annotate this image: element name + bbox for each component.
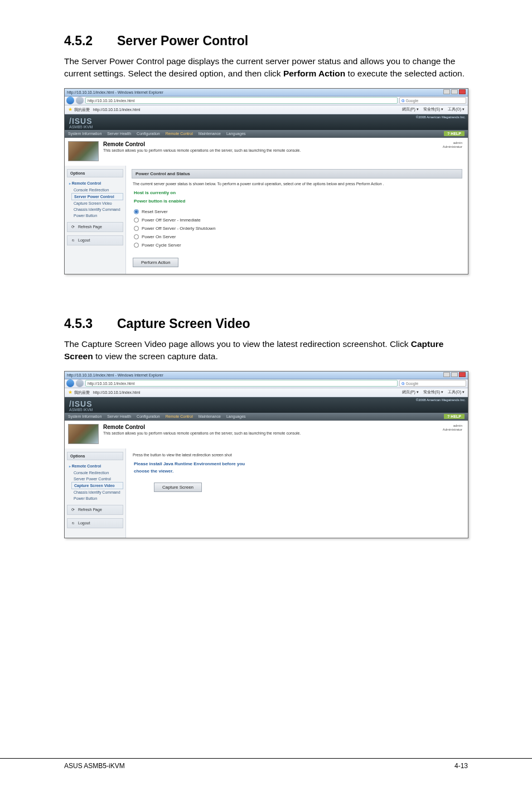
section-number: 4.5.2 (64, 33, 117, 49)
tool-item[interactable]: 安全性(S) ▾ (423, 107, 443, 111)
max-icon[interactable] (451, 372, 458, 377)
back-icon[interactable] (66, 379, 74, 387)
logout-button[interactable]: ⎋Logout (67, 518, 123, 528)
radio-label: Power Off Server - Immediate (142, 218, 201, 223)
sidebar-item[interactable]: Console Redirection (71, 187, 125, 193)
menu-item-config[interactable]: Configuration (137, 132, 160, 136)
radio-row[interactable]: Power Off Server - Orderly Shutdown (134, 226, 460, 231)
content-subtitle: This section allows you to perform vario… (103, 148, 301, 152)
menu-item-health[interactable]: Server Health (107, 132, 131, 136)
tool-item[interactable]: 網頁(P) ▾ (402, 390, 418, 394)
forward-icon[interactable] (76, 379, 84, 387)
refresh-button[interactable]: ⟳Refresh Page (67, 505, 123, 515)
menu-item-health[interactable]: Server Health (107, 414, 131, 418)
sidebar-item[interactable]: Power Button (71, 495, 125, 501)
logout-button[interactable]: ⎋Logout (67, 235, 123, 245)
sidebar-category-remote[interactable]: Remote Control (65, 462, 125, 470)
radio-row[interactable]: Reset Server (134, 209, 460, 214)
main-menu: System Information Server Health Configu… (65, 413, 468, 421)
radio-input[interactable] (134, 234, 139, 239)
sidebar-item[interactable]: Chassis Identify Command (71, 489, 125, 495)
url-input[interactable]: http://10.10.10.1/index.html (85, 97, 398, 104)
capture-screen-button[interactable]: Capture Screen (154, 483, 202, 492)
screenshot-power-control: http://10.10.10.1/index.html - Windows I… (64, 88, 468, 274)
menu-item-remote[interactable]: Remote Control (166, 414, 193, 418)
copyright-label: ©2008 American Megatrends Inc. (416, 115, 466, 119)
search-input[interactable]: GGoogle (399, 97, 466, 104)
radio-input[interactable] (134, 218, 139, 223)
body-bold: Perform Action (283, 69, 345, 78)
sidebar-item[interactable]: Server Power Control (71, 193, 123, 200)
java-msg-line1: Please install Java Runtime Environment … (134, 461, 460, 466)
menu-item-maint[interactable]: Maintenance (199, 132, 221, 136)
host-status: Host is currently on (134, 190, 460, 195)
help-button[interactable]: ? HELP (444, 131, 465, 136)
footer-left: ASUS ASMB5-iKVM (64, 762, 125, 770)
sidebar-item[interactable]: Console Redirection (71, 470, 125, 476)
sidebar-list: Console RedirectionServer Power ControlC… (71, 187, 125, 219)
help-button[interactable]: ? HELP (444, 414, 465, 419)
brand-bar: /ISUS ASMB5 iKVM ©2008 American Megatren… (65, 397, 468, 413)
java-msg-line2: choose the viewer. (134, 469, 460, 474)
content-area: Options Remote Control Console Redirecti… (65, 448, 468, 538)
header-thumbnail (68, 424, 99, 444)
menu-item-sysinfo[interactable]: System Information (68, 132, 101, 136)
close-icon[interactable] (459, 89, 466, 94)
sidebar-item[interactable]: Capture Screen Video (71, 482, 123, 489)
footer-right: 4-13 (454, 762, 468, 770)
sidebar: Options Remote Control Console Redirecti… (65, 448, 126, 538)
close-icon[interactable] (459, 372, 466, 377)
copyright-label: ©2008 American Megatrends Inc. (416, 398, 466, 402)
section-title: Capture Screen Video (117, 316, 250, 331)
menu-item-lang[interactable]: Languages (226, 132, 246, 136)
perform-action-button[interactable]: Perform Action (133, 258, 178, 267)
main-panel: Power Control and Status The current ser… (126, 166, 468, 274)
sidebar-item[interactable]: Capture Screen Video (71, 200, 125, 206)
content-title: Remote Control (103, 141, 301, 147)
radio-row[interactable]: Power Off Server - Immediate (134, 218, 460, 223)
panel-heading: Power Control and Status (132, 169, 462, 179)
radio-input[interactable] (134, 209, 139, 214)
menu-item-config[interactable]: Configuration (137, 414, 160, 418)
window-buttons[interactable] (442, 89, 466, 95)
google-icon: G (402, 99, 404, 103)
window-buttons[interactable] (442, 372, 466, 378)
tool-item[interactable]: 安全性(S) ▾ (423, 390, 443, 394)
min-icon[interactable] (443, 372, 450, 377)
tool-item[interactable]: 工具(O) ▾ (448, 390, 465, 394)
menu-item-sysinfo[interactable]: System Information (68, 414, 101, 418)
logout-icon: ⎋ (70, 238, 76, 243)
panel-note: Press the button to view the latest redi… (133, 453, 461, 457)
panel-note: The current server power status is shown… (133, 182, 461, 186)
sidebar-item[interactable]: Chassis Identify Command (71, 206, 125, 213)
tool-item[interactable]: 網頁(P) ▾ (402, 107, 418, 111)
refresh-button[interactable]: ⟳Refresh Page (67, 222, 123, 232)
radio-row[interactable]: Power Cycle Server (134, 243, 460, 248)
refresh-icon: ⟳ (70, 224, 76, 230)
radio-input[interactable] (134, 226, 139, 231)
radio-input[interactable] (134, 243, 139, 248)
sidebar-item[interactable]: Server Power Control (71, 476, 125, 482)
section-heading-452: 4.5.2Server Power Control (64, 33, 468, 49)
menu-item-remote[interactable]: Remote Control (166, 132, 193, 136)
max-icon[interactable] (451, 89, 458, 94)
body-pre: The Capture Screen Video page allows you… (64, 339, 411, 349)
radio-row[interactable]: Power On Server (134, 234, 460, 239)
header-thumbnail (68, 141, 99, 161)
section-title: Server Power Control (117, 33, 248, 48)
menu-item-maint[interactable]: Maintenance (199, 414, 221, 418)
min-icon[interactable] (443, 89, 450, 94)
search-input[interactable]: GGoogle (399, 380, 466, 387)
menu-item-lang[interactable]: Languages (226, 414, 246, 418)
tool-item[interactable]: 工具(O) ▾ (448, 107, 465, 111)
forward-icon[interactable] (76, 97, 84, 104)
sidebar-category-remote[interactable]: Remote Control (65, 180, 125, 187)
sidebar-item[interactable]: Power Button (71, 213, 125, 219)
url-input[interactable]: http://10.10.10.1/index.html (85, 380, 398, 387)
refresh-icon: ⟳ (70, 507, 76, 513)
content-subtitle: This section allows you to perform vario… (103, 431, 301, 435)
radio-label: Power On Server (142, 234, 176, 239)
toolbar-tools: 網頁(P) ▾ 安全性(S) ▾ 工具(O) ▾ (399, 107, 465, 112)
back-icon[interactable] (66, 97, 74, 104)
window-titlebar: http://10.10.10.1/index.html - Windows I… (65, 372, 468, 379)
